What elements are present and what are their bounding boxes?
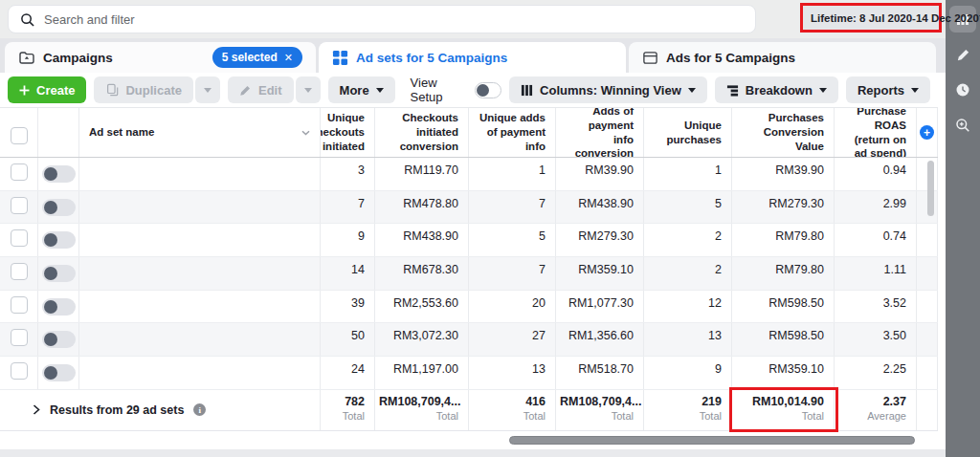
ads-page-icon	[642, 50, 658, 66]
row-checkbox[interactable]	[11, 229, 28, 247]
columns-button[interactable]: Columns: Winning View	[509, 76, 707, 103]
cell-purchase-roas: 0.74	[835, 224, 917, 256]
row-checkbox[interactable]	[11, 197, 28, 214]
cell-unique-purchases: 13	[644, 323, 732, 356]
table-totals-row: Results from 29 ad sets i 782Total RM108…	[0, 390, 938, 431]
caret-down-icon	[304, 88, 312, 93]
total-unique-adds: 416Total	[469, 390, 556, 430]
header-toggle-cell	[38, 108, 79, 157]
row-checkbox[interactable]	[11, 263, 28, 280]
cell-checkouts-initiated-conversion: RM438.90	[375, 224, 469, 256]
more-button[interactable]: More	[328, 76, 395, 103]
ad-set-active-toggle[interactable]	[42, 231, 76, 249]
ad-sets-table: Ad set name Unique checkouts initiated C…	[0, 107, 938, 431]
row-toggle-cell	[38, 191, 79, 224]
search-input[interactable]: Search and filter	[8, 5, 756, 33]
row-checkbox[interactable]	[11, 329, 28, 346]
cell-ad-set-name[interactable]	[79, 291, 321, 323]
tab-campaigns[interactable]: Campaigns 5 selected ✕	[5, 42, 316, 73]
cell-purchases-conversion-value: RM598.50	[732, 323, 835, 356]
more-button-label: More	[340, 83, 369, 98]
history-clock-icon[interactable]	[949, 76, 976, 103]
toggle-knob	[44, 300, 57, 314]
row-toggle-cell	[38, 158, 79, 190]
row-checkbox-cell	[0, 158, 38, 190]
duplicate-button-label: Duplicate	[125, 83, 182, 98]
header-unique-purchases[interactable]: Unique purchases	[644, 108, 732, 157]
cell-adds-of-payment-info-conversion: RM359.10	[556, 257, 644, 290]
header-adds-conversion[interactable]: Adds of payment info conversion	[556, 108, 644, 157]
create-button[interactable]: Create	[8, 76, 86, 103]
cell-ad-set-name[interactable]	[79, 158, 321, 190]
view-setup-toggle[interactable]	[475, 82, 501, 98]
reports-button[interactable]: Reports	[846, 76, 930, 103]
table-row: 24RM1,197.0013RM518.709RM359.102.25	[0, 357, 938, 390]
info-icon[interactable]: i	[193, 403, 206, 416]
zoom-search-icon[interactable]	[949, 112, 976, 139]
caret-down-icon	[911, 88, 919, 93]
edit-pencil-icon[interactable]	[949, 41, 976, 68]
row-checkbox-cell	[0, 357, 38, 389]
table-body: 3RM119.701RM39.901RM39.900.947RM478.807R…	[0, 158, 938, 390]
cell-ad-set-name[interactable]	[79, 357, 321, 389]
edit-button[interactable]: Edit	[228, 76, 294, 103]
cell-purchase-roas: 1.11	[835, 257, 917, 290]
header-ad-set-name[interactable]: Ad set name	[79, 108, 321, 157]
edit-button-label: Edit	[258, 83, 282, 98]
ad-set-active-toggle[interactable]	[42, 265, 76, 282]
cell-unique-checkouts-initiated: 39	[321, 291, 375, 323]
cell-adds-of-payment-info-conversion: RM1,077.30	[556, 291, 644, 323]
cell-ad-set-name[interactable]	[79, 224, 321, 256]
cell-adds-of-payment-info-conversion: RM1,356.60	[556, 323, 644, 356]
breakdown-button[interactable]: Breakdown	[715, 76, 838, 103]
table-row: 7RM478.807RM438.905RM279.302.99	[0, 191, 938, 225]
row-checkbox[interactable]	[11, 163, 28, 181]
toggle-knob	[44, 267, 57, 280]
row-toggle-cell	[38, 357, 79, 389]
row-empty-cell	[917, 323, 938, 356]
row-checkbox-cell	[0, 191, 38, 224]
table-row: 50RM3,072.3027RM1,356.6013RM598.503.50	[0, 323, 938, 357]
duplicate-dropdown-button[interactable]	[195, 76, 220, 103]
row-checkbox[interactable]	[11, 362, 28, 380]
cell-adds-of-payment-info-conversion: RM438.90	[556, 191, 644, 224]
select-all-checkbox[interactable]	[11, 127, 28, 144]
toggle-knob	[44, 167, 57, 181]
header-add-column-cell: +	[917, 108, 938, 157]
cell-purchases-conversion-value: RM598.50	[732, 291, 835, 323]
view-setup-label: View Setup	[411, 76, 467, 104]
header-purchase-roas[interactable]: Purchase ROAS (return on ad spend)	[835, 108, 917, 157]
date-range-dropdown[interactable]: Lifetime: 8 Jul 2020-14 Dec 2020	[803, 6, 939, 30]
edit-dropdown-button[interactable]	[296, 76, 321, 103]
ad-set-active-toggle[interactable]	[42, 331, 76, 348]
row-checkbox[interactable]	[11, 296, 28, 314]
header-unique-checkouts[interactable]: Unique checkouts initiated	[321, 108, 375, 157]
cell-unique-adds-of-payment-info: 27	[469, 323, 556, 356]
cell-ad-set-name[interactable]	[79, 191, 321, 224]
ad-set-active-toggle[interactable]	[42, 364, 76, 381]
row-toggle-cell	[38, 257, 79, 290]
caret-down-icon	[688, 88, 696, 93]
cell-ad-set-name[interactable]	[79, 323, 321, 356]
cell-unique-purchases: 2	[644, 257, 732, 290]
header-checkouts-conversion[interactable]: Checkouts initiated conversion	[375, 108, 469, 157]
cell-ad-set-name[interactable]	[79, 257, 321, 290]
add-column-button[interactable]: +	[920, 125, 934, 140]
header-unique-adds[interactable]: Unique adds of payment info	[469, 108, 556, 157]
ad-set-active-toggle[interactable]	[42, 199, 76, 216]
chevron-right-icon[interactable]	[33, 404, 40, 415]
search-icon	[20, 12, 34, 27]
horizontal-scrollbar-thumb[interactable]	[509, 436, 915, 445]
bottom-strip	[0, 449, 946, 457]
tab-ads[interactable]: Ads for 5 Campaigns	[629, 42, 936, 73]
header-purchases-value[interactable]: Purchases Conversion Value	[732, 108, 835, 157]
date-range-label: Lifetime: 8 Jul 2020-14 Dec 2020	[811, 12, 979, 24]
cell-purchase-roas: 2.99	[835, 191, 917, 224]
duplicate-button[interactable]: Duplicate	[94, 76, 193, 103]
ad-set-active-toggle[interactable]	[42, 298, 76, 316]
vertical-scrollbar-thumb[interactable]	[927, 161, 934, 216]
cell-unique-adds-of-payment-info: 13	[469, 357, 556, 389]
tab-ad-sets[interactable]: Ad sets for 5 Campaigns	[319, 42, 626, 73]
clear-selection-icon[interactable]: ✕	[284, 52, 293, 64]
ad-set-active-toggle[interactable]	[42, 165, 76, 183]
